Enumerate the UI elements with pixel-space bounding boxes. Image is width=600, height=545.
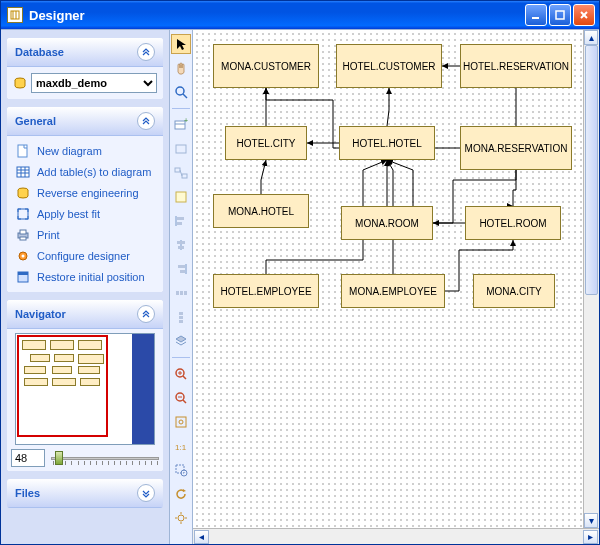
action-label: Reverse engineering [37,187,139,199]
refresh-icon[interactable] [171,484,191,504]
svg-point-58 [179,420,183,424]
files-panel: Files [7,479,163,508]
vertical-scrollbar[interactable]: ▴ ▾ [583,30,599,528]
nav-mini-entity [52,378,76,386]
add-table-icon[interactable]: + [171,115,191,135]
toolbar-separator [172,357,190,358]
select-tool-icon[interactable] [171,34,191,54]
titlebar[interactable]: Designer [1,1,599,29]
close-button[interactable] [573,4,595,26]
horizontal-scrollbar[interactable]: ◂ ▸ [193,528,599,544]
svg-rect-8 [18,145,27,157]
layers-icon[interactable] [171,331,191,351]
svg-rect-0 [11,11,19,19]
database-panel-header[interactable]: Database [7,38,163,67]
zoom-slider[interactable] [51,449,159,467]
zoom-out-icon[interactable] [171,388,191,408]
files-panel-header[interactable]: Files [7,479,163,508]
svg-rect-36 [177,222,182,225]
svg-point-24 [176,87,184,95]
svg-line-51 [183,376,186,379]
svg-marker-23 [177,39,186,50]
distribute-v-icon[interactable] [171,307,191,327]
scroll-right-arrow[interactable]: ▸ [583,530,598,544]
svg-rect-60 [176,465,184,473]
scroll-down-arrow[interactable]: ▾ [584,513,598,528]
zoom-tool-icon[interactable] [171,82,191,102]
general-action-window-blue[interactable]: Restore initial position [13,268,157,286]
svg-rect-48 [179,320,183,323]
align-right-icon[interactable] [171,259,191,279]
vscroll-thumb[interactable] [585,45,598,295]
diagram-canvas[interactable]: ▴ ▾ MONA.CUSTOMERHOTEL.CUSTOMERHOTEL.RES… [193,30,599,528]
canvas-area: ▴ ▾ MONA.CUSTOMERHOTEL.CUSTOMERHOTEL.RES… [193,30,599,544]
fit-icon [15,206,31,222]
general-action-page[interactable]: New diagram [13,142,157,160]
general-action-grid[interactable]: Add table(s) to diagram [13,163,157,181]
entity-hotel_customer[interactable]: HOTEL.CUSTOMER [336,44,442,88]
maximize-button[interactable] [549,4,571,26]
nav-mini-entity [78,354,104,364]
scroll-left-arrow[interactable]: ◂ [194,530,209,544]
zoom-fit-icon[interactable] [171,412,191,432]
nav-mini-entity [54,354,74,362]
scroll-up-arrow[interactable]: ▴ [584,30,598,45]
svg-rect-42 [180,270,185,273]
svg-line-25 [183,94,187,98]
general-panel-header[interactable]: General [7,107,163,136]
chevron-up-icon [137,112,155,130]
entity-mona_customer[interactable]: MONA.CUSTOMER [213,44,319,88]
database-select[interactable]: maxdb_demo [31,73,157,93]
add-note-icon[interactable] [171,187,191,207]
hand-tool-icon[interactable] [171,58,191,78]
general-action-list: New diagramAdd table(s) to diagramRevers… [13,142,157,286]
navigator-viewport[interactable] [17,335,108,437]
entity-hotel_hotel[interactable]: HOTEL.HOTEL [339,126,435,160]
zoom-100-icon[interactable]: 1:1 [171,436,191,456]
settings-icon[interactable] [171,508,191,528]
entity-mona_hotel[interactable]: MONA.HOTEL [213,194,309,228]
distribute-h-icon[interactable] [171,283,191,303]
database-icon [13,76,27,90]
svg-rect-41 [178,265,185,268]
zoom-input[interactable] [11,449,45,467]
svg-rect-45 [184,291,187,295]
svg-rect-9 [17,167,29,177]
general-action-fit[interactable]: Apply best fit [13,205,157,223]
action-label: Add table(s) to diagram [37,166,151,178]
entity-mona_employee[interactable]: MONA.EMPLOYEE [341,274,445,308]
entity-hotel_city[interactable]: HOTEL.CITY [225,126,307,160]
zoom-region-icon[interactable] [171,460,191,480]
svg-text:+: + [184,118,188,124]
navigator-panel-header[interactable]: Navigator [7,300,163,329]
align-left-icon[interactable] [171,211,191,231]
svg-point-63 [178,515,184,521]
entity-mona_city[interactable]: MONA.CITY [473,274,555,308]
svg-rect-22 [18,272,28,275]
entity-hotel_reservation[interactable]: HOTEL.RESERVATION [460,44,572,88]
entity-mona_reservation[interactable]: MONA.RESERVATION [460,126,572,170]
add-view-icon[interactable] [171,139,191,159]
action-label: Configure designer [37,250,130,262]
align-center-icon[interactable] [171,235,191,255]
entity-hotel_room[interactable]: HOTEL.ROOM [465,206,561,240]
general-action-gear-orange[interactable]: Configure designer [13,247,157,265]
svg-rect-39 [178,246,184,249]
navigator-preview[interactable] [15,333,155,445]
files-panel-title: Files [15,487,40,499]
add-relation-icon[interactable] [171,163,191,183]
nav-mini-entity [50,340,74,350]
entity-hotel_employee[interactable]: HOTEL.EMPLOYEE [213,274,319,308]
slider-thumb[interactable] [55,451,63,465]
nav-mini-entity [24,366,46,374]
nav-mini-entity [22,340,46,350]
entity-mona_room[interactable]: MONA.ROOM [341,206,433,240]
nav-mini-entity [52,366,72,374]
general-action-printer[interactable]: Print [13,226,157,244]
vertical-toolbar: +1:1 [169,30,193,544]
minimize-button[interactable] [525,4,547,26]
general-action-db-yellow[interactable]: Reverse engineering [13,184,157,202]
toolbar-separator [172,108,190,109]
svg-rect-35 [177,217,184,220]
zoom-in-icon[interactable] [171,364,191,384]
